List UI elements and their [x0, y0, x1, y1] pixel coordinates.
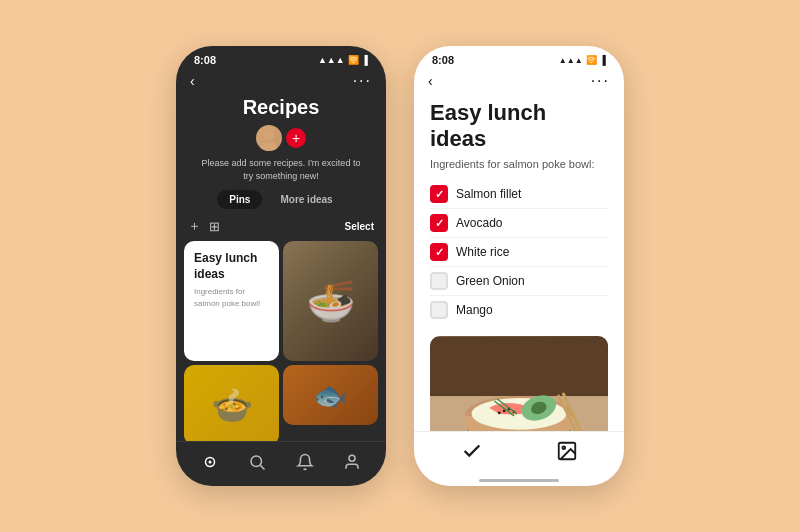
- wifi-icon: 🛜: [348, 55, 359, 65]
- svg-point-1: [261, 142, 277, 151]
- pin-food-image-1[interactable]: [283, 241, 378, 361]
- more-icon-right[interactable]: ···: [591, 72, 610, 90]
- right-bottom-bar: [414, 431, 624, 479]
- ingredient-name-salmon: Salmon fillet: [456, 187, 521, 201]
- tab-pins[interactable]: Pins: [217, 190, 262, 209]
- battery-icon: ▐: [362, 55, 368, 65]
- checkbox-onion[interactable]: [430, 272, 448, 290]
- svg-point-0: [264, 130, 274, 140]
- ingredient-item[interactable]: Avocado: [430, 209, 608, 238]
- pin-grid: Easy lunch ideas Ingredients for salmon …: [176, 241, 386, 441]
- pin-card-subtitle: Ingredients for salmon poke bowl!: [194, 286, 269, 308]
- avatar-row: +: [256, 125, 306, 151]
- ingredient-name-rice: White rice: [456, 245, 509, 259]
- time-left: 8:08: [194, 54, 216, 66]
- pin-card-easy-lunch[interactable]: Easy lunch ideas Ingredients for salmon …: [184, 241, 279, 361]
- board-toolbar: ＋ ⊞ Select: [176, 217, 386, 241]
- right-phone: 8:08 ▲▲▲ 🛜 ▐ ‹ ··· Easy lunch ideas Ingr…: [414, 46, 624, 486]
- poke-bowl-image: [430, 336, 608, 431]
- time-right: 8:08: [432, 54, 454, 66]
- detail-subtitle: Ingredients for salmon poke bowl:: [430, 158, 608, 170]
- food-photo: [430, 336, 608, 431]
- svg-point-4: [251, 456, 262, 467]
- select-button[interactable]: Select: [345, 221, 374, 232]
- nav-user[interactable]: [338, 448, 366, 476]
- checkmark-icon[interactable]: [461, 440, 483, 467]
- toolbar-left: ＋ ⊞: [188, 217, 220, 235]
- nav-home[interactable]: [196, 448, 224, 476]
- wifi-icon-right: 🛜: [586, 55, 597, 65]
- svg-point-6: [349, 455, 355, 461]
- ingredient-name-avocado: Avocado: [456, 216, 502, 230]
- recipes-subtitle: Please add some recipes. I'm excited to …: [176, 157, 386, 182]
- ingredient-list: Salmon fillet Avocado White rice Green O…: [430, 180, 608, 324]
- avatar[interactable]: [256, 125, 282, 151]
- back-icon-right[interactable]: ‹: [428, 73, 433, 89]
- ingredient-item[interactable]: Salmon fillet: [430, 180, 608, 209]
- image-icon[interactable]: [556, 440, 578, 467]
- home-indicator: [479, 479, 559, 482]
- ingredient-item[interactable]: Green Onion: [430, 267, 608, 296]
- checkbox-mango[interactable]: [430, 301, 448, 319]
- signal-icon: ▲▲▲: [318, 55, 345, 65]
- add-button[interactable]: +: [286, 128, 306, 148]
- detail-title: Easy lunch ideas: [430, 100, 608, 152]
- left-phone: 8:08 ▲▲▲ 🛜 ▐ ‹ ··· Recipes +: [176, 46, 386, 486]
- svg-point-17: [498, 411, 501, 414]
- recipes-title: Recipes: [243, 96, 320, 119]
- back-icon[interactable]: ‹: [190, 73, 195, 89]
- nav-search[interactable]: [243, 448, 271, 476]
- status-icons-right: ▲▲▲ 🛜 ▐: [559, 55, 606, 65]
- pin-food-image-3[interactable]: [283, 365, 378, 425]
- checkbox-salmon[interactable]: [430, 185, 448, 203]
- nav-bar-left: ‹ ···: [176, 70, 386, 96]
- nav-bell[interactable]: [291, 448, 319, 476]
- signal-icon-right: ▲▲▲: [559, 56, 583, 65]
- more-icon[interactable]: ···: [353, 72, 372, 90]
- add-pin-icon[interactable]: ＋: [188, 217, 201, 235]
- tab-more-ideas[interactable]: More ideas: [268, 190, 344, 209]
- bottom-nav: [176, 441, 386, 486]
- detail-content: Easy lunch ideas Ingredients for salmon …: [414, 96, 624, 431]
- ingredient-name-mango: Mango: [456, 303, 493, 317]
- status-bar-left: 8:08 ▲▲▲ 🛜 ▐: [176, 46, 386, 70]
- svg-point-23: [562, 446, 565, 449]
- battery-icon-right: ▐: [600, 55, 606, 65]
- filter-icon[interactable]: ⊞: [209, 219, 220, 234]
- tab-row: Pins More ideas: [217, 190, 344, 209]
- ingredient-item[interactable]: White rice: [430, 238, 608, 267]
- checkbox-avocado[interactable]: [430, 214, 448, 232]
- ingredient-name-onion: Green Onion: [456, 274, 525, 288]
- pin-food-image-2[interactable]: [184, 365, 279, 441]
- checkbox-rice[interactable]: [430, 243, 448, 261]
- ingredient-item[interactable]: Mango: [430, 296, 608, 324]
- recipes-content: Recipes + Please add some recipes. I'm e…: [176, 96, 386, 441]
- status-icons-left: ▲▲▲ 🛜 ▐: [318, 55, 368, 65]
- svg-line-5: [261, 465, 265, 469]
- nav-bar-right: ‹ ···: [414, 70, 624, 96]
- status-bar-right: 8:08 ▲▲▲ 🛜 ▐: [414, 46, 624, 70]
- pin-card-title: Easy lunch ideas: [194, 251, 269, 282]
- svg-point-3: [208, 461, 211, 464]
